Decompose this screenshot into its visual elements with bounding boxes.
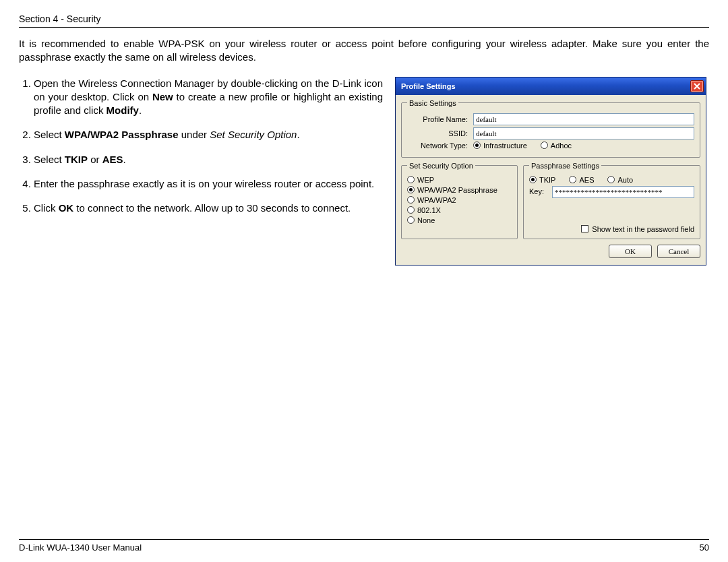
wpa-passphrase-radio[interactable]: WPA/WPA2 Passphrase [407, 186, 512, 194]
aes-radio[interactable]: AES [569, 176, 594, 184]
security-option-legend: Set Security Option [407, 162, 475, 170]
profile-settings-dialog: Profile Settings Basic Settings Profile … [395, 77, 706, 266]
step-1-new: New [152, 91, 173, 102]
none-radio[interactable]: None [407, 216, 512, 224]
instruction-list: Open the Wireless Connection Manager by … [19, 77, 383, 216]
adhoc-radio-label: Adhoc [551, 142, 572, 150]
wep-radio-input[interactable] [407, 176, 415, 183]
step-2: Select WPA/WPA2 Passphrase under Set Sec… [34, 128, 383, 142]
key-label: Key: [529, 187, 548, 195]
step-5-ok: OK [59, 202, 74, 214]
8021x-radio[interactable]: 802.1X [407, 206, 512, 214]
wpa-passphrase-radio-input[interactable] [407, 186, 415, 193]
none-radio-label: None [417, 216, 435, 224]
key-input[interactable] [552, 186, 694, 198]
show-text-checkbox-input[interactable] [581, 225, 588, 232]
ok-button[interactable]: OK [609, 245, 652, 258]
infrastructure-radio[interactable]: Infrastructure [473, 142, 527, 150]
infrastructure-radio-input[interactable] [473, 142, 481, 149]
show-text-checkbox-label: Show text in the password field [592, 225, 694, 233]
aes-radio-label: AES [579, 176, 594, 184]
auto-radio-input[interactable] [607, 176, 615, 183]
page-footer: D-Link WUA-1340 User Manual 50 [19, 539, 709, 553]
step-1-modify: Modify [107, 104, 139, 116]
step-3: Select TKIP or AES. [34, 153, 383, 166]
wpa-passphrase-radio-label: WPA/WPA2 Passphrase [417, 186, 497, 194]
network-type-label: Network Type: [407, 142, 468, 150]
wpa-radio-label: WPA/WPA2 [417, 196, 456, 204]
dialog-title: Profile Settings [401, 82, 456, 90]
8021x-radio-input[interactable] [407, 206, 415, 214]
dialog-titlebar[interactable]: Profile Settings [396, 77, 706, 95]
tkip-radio-label: TKIP [539, 176, 555, 184]
8021x-radio-label: 802.1X [417, 206, 441, 214]
passphrase-settings-legend: Passphrase Settings [529, 162, 601, 170]
passphrase-settings-group: Passphrase Settings TKIP AES [523, 162, 700, 239]
step-4: Enter the passphrase exactly as it is on… [34, 177, 383, 191]
wpa-radio[interactable]: WPA/WPA2 [407, 196, 512, 204]
security-option-group: Set Security Option WEP WPA/WPA2 Passphr… [401, 162, 518, 239]
step-5-text-c: to connect to the network. Allow up to 3… [73, 202, 351, 214]
bottom-rule [19, 539, 709, 540]
step-2-text-a: Select [34, 129, 65, 140]
step-2-sso: Set Security Option [210, 129, 297, 140]
basic-settings-legend: Basic Settings [407, 99, 458, 107]
auto-radio[interactable]: Auto [607, 176, 633, 184]
step-2-wpa: WPA/WPA2 Passphrase [65, 129, 179, 140]
step-2-text-c: under [179, 129, 210, 140]
none-radio-input[interactable] [407, 216, 415, 224]
wep-radio[interactable]: WEP [407, 176, 512, 184]
cancel-button[interactable]: Cancel [657, 245, 700, 258]
step-1-text-e: . [139, 104, 142, 116]
footer-manual-title: D-Link WUA-1340 User Manual [19, 542, 142, 553]
intro-paragraph: It is recommended to enable WPA-PSK on y… [19, 37, 709, 65]
adhoc-radio-input[interactable] [541, 142, 548, 149]
infrastructure-radio-label: Infrastructure [483, 142, 527, 150]
adhoc-radio[interactable]: Adhoc [541, 142, 572, 150]
profile-name-label: Profile Name: [407, 115, 468, 123]
tkip-radio[interactable]: TKIP [529, 176, 555, 184]
wpa-radio-input[interactable] [407, 196, 415, 204]
top-rule [19, 27, 709, 28]
step-5: Click OK to connect to the network. Allo… [34, 201, 383, 215]
close-icon [694, 83, 700, 90]
step-3-text-e: . [123, 154, 126, 165]
close-button[interactable] [690, 80, 704, 92]
step-5-text-a: Click [34, 202, 59, 214]
step-3-text-a: Select [34, 154, 65, 165]
basic-settings-group: Basic Settings Profile Name: SSID: Netwo… [401, 99, 700, 158]
step-3-tkip: TKIP [65, 154, 88, 165]
ssid-label: SSID: [407, 129, 468, 137]
step-1: Open the Wireless Connection Manager by … [34, 77, 383, 118]
tkip-radio-input[interactable] [529, 176, 537, 183]
footer-page-number: 50 [700, 542, 709, 553]
section-header: Section 4 - Security [19, 13, 709, 24]
ssid-input[interactable] [473, 127, 694, 139]
step-3-text-c: or [88, 154, 102, 165]
step-2-text-e: . [297, 129, 299, 140]
wep-radio-label: WEP [417, 176, 434, 184]
show-text-checkbox[interactable]: Show text in the password field [581, 225, 694, 233]
aes-radio-input[interactable] [569, 176, 576, 183]
auto-radio-label: Auto [617, 176, 633, 184]
step-3-aes: AES [102, 154, 123, 165]
profile-name-input[interactable] [473, 113, 694, 125]
